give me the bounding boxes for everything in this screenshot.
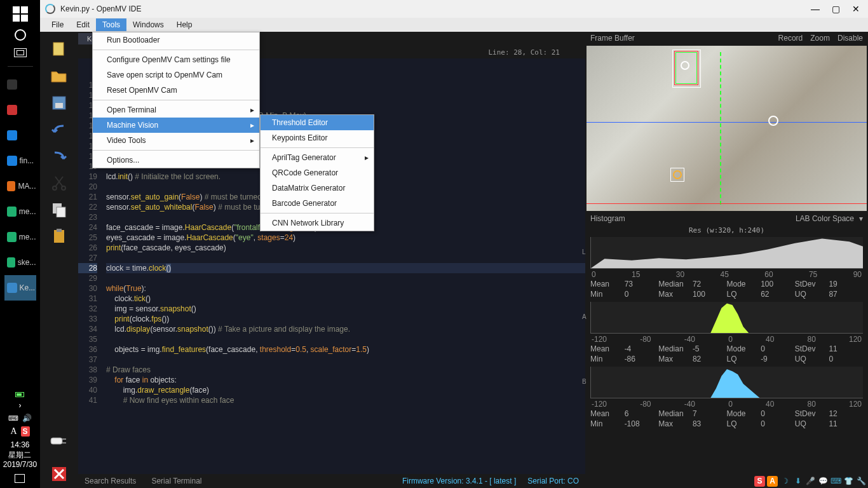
histogram-resolution: Res (w:320, h:240): [585, 225, 868, 236]
clock[interactable]: 14:36 星期二 2019/7/30: [3, 440, 37, 470]
tray-icon[interactable]: 🎤: [805, 476, 816, 487]
menu-tools[interactable]: Tools: [96, 18, 126, 31]
right-panel: Frame Buffer Record Zoom Disable Histogr…: [585, 32, 868, 488]
svg-point-4: [62, 186, 65, 190]
svg-rect-8: [57, 229, 62, 232]
record-button[interactable]: Record: [778, 34, 803, 43]
menubar: FileEditToolsWindowsHelp: [40, 18, 868, 32]
windows-taskbar: fin...MA...me...me...ske...Ke... › ⌨🔊 AS…: [0, 0, 40, 488]
svg-point-3: [53, 186, 57, 190]
tray-icon[interactable]: ⬇: [792, 476, 803, 487]
tray-icon[interactable]: S: [754, 476, 765, 487]
search-results-tab[interactable]: Search Results: [85, 477, 136, 485]
taskview-icon[interactable]: [14, 48, 27, 57]
cortana-icon[interactable]: [15, 29, 26, 41]
battery-icon[interactable]: [15, 392, 24, 397]
serial-terminal-tab[interactable]: Serial Terminal: [151, 477, 201, 485]
frame-buffer-preview[interactable]: [587, 46, 867, 211]
mv-menu-item[interactable]: QRCode Generator: [261, 165, 374, 180]
tools-menu: Run BootloaderConfigure OpenMV Cam setti…: [92, 32, 260, 168]
svg-rect-9: [51, 438, 62, 444]
clock-date: 2019/7/30: [3, 460, 37, 470]
tray-icon[interactable]: A: [767, 476, 778, 487]
clock-time: 14:36: [3, 440, 37, 451]
save-icon[interactable]: [49, 94, 69, 112]
frame-buffer-label: Frame Buffer: [590, 34, 635, 43]
new-file-icon[interactable]: [49, 41, 69, 58]
tray-icon[interactable]: ⌨: [831, 476, 841, 487]
zoom-button[interactable]: Zoom: [810, 34, 830, 43]
menu-windows[interactable]: Windows: [126, 18, 170, 31]
window-title: Kevin.py - OpenMV IDE: [60, 4, 806, 13]
svg-rect-6: [57, 207, 65, 217]
histogram-A: A-120-80-4004080120Mean-4Median-5Mode0St…: [585, 301, 868, 365]
histogram-label: Histogram: [590, 214, 625, 223]
tools-menu-item[interactable]: Reset OpenMV Cam: [93, 83, 259, 98]
disconnect-icon[interactable]: [49, 465, 69, 483]
tools-menu-item[interactable]: Save open script to OpenMV Cam: [93, 67, 259, 83]
ime-s-icon[interactable]: S: [21, 426, 30, 437]
mv-menu-item[interactable]: AprilTag Generator: [261, 150, 374, 165]
serial-port: Serial Port: CO: [527, 477, 579, 485]
taskbar-app[interactable]: me...: [4, 199, 36, 224]
disable-button[interactable]: Disable: [837, 34, 863, 43]
taskbar-app[interactable]: me...: [4, 224, 36, 250]
undo-icon[interactable]: [49, 121, 69, 139]
tools-menu-item[interactable]: Video Tools: [93, 133, 259, 148]
minimize-button[interactable]: —: [811, 4, 820, 13]
dropdown-icon[interactable]: ▾: [859, 214, 863, 223]
histogram-L: L0153045607590Mean73Median72Mode100StDev…: [585, 236, 868, 301]
ime-a-icon[interactable]: A: [10, 426, 17, 437]
tray-icon[interactable]: 💬: [818, 476, 829, 487]
tools-menu-item[interactable]: Options...: [93, 152, 259, 168]
keyboard-icon[interactable]: ⌨: [8, 414, 18, 423]
connect-icon[interactable]: [49, 432, 69, 450]
taskbar-app[interactable]: fin...: [4, 148, 36, 173]
maximize-button[interactable]: ▢: [831, 4, 840, 13]
svg-rect-0: [53, 43, 64, 55]
app-logo-icon: [45, 4, 55, 14]
tray-icon[interactable]: 👕: [843, 476, 854, 487]
redo-icon[interactable]: [49, 147, 69, 165]
firmware-version: Firmware Version: 3.4.1 - [ latest ]: [402, 477, 516, 485]
taskbar-app[interactable]: Ke...: [4, 275, 36, 301]
tools-menu-item[interactable]: Configure OpenMV Cam settings file: [93, 52, 259, 67]
taskbar-app[interactable]: MA...: [4, 173, 36, 199]
open-folder-icon[interactable]: [49, 67, 69, 85]
tools-menu-item[interactable]: Machine Vision: [93, 118, 259, 133]
expand-icon[interactable]: ›: [18, 401, 21, 410]
start-button[interactable]: [13, 6, 28, 22]
tray-icon[interactable]: 🔧: [856, 476, 867, 487]
mv-menu-item[interactable]: CNN Network Library: [261, 215, 374, 231]
mv-menu-item[interactable]: Keypoints Editor: [261, 130, 374, 146]
color-space-select[interactable]: LAB Color Space: [796, 214, 854, 223]
tray-icon[interactable]: ☽: [780, 476, 790, 487]
taskbar-app[interactable]: [4, 123, 36, 148]
mv-menu-item[interactable]: Threshold Editor: [261, 115, 374, 130]
histogram-B: B-120-80-4004080120Mean6Median7Mode0StDe…: [585, 365, 868, 430]
tools-menu-item[interactable]: Open Terminal: [93, 102, 259, 118]
machine-vision-submenu: Threshold EditorKeypoints EditorAprilTag…: [260, 114, 374, 231]
action-center-icon[interactable]: [15, 474, 25, 483]
clock-day: 星期二: [3, 451, 37, 461]
mv-menu-item[interactable]: DataMatrix Generator: [261, 180, 374, 196]
menu-file[interactable]: File: [45, 18, 70, 31]
system-tray: S A ☽ ⬇ 🎤 💬 ⌨ 👕 🔧: [754, 476, 867, 487]
left-toolbar: [40, 32, 78, 488]
copy-icon[interactable]: [49, 201, 69, 219]
tools-menu-item[interactable]: Run Bootloader: [93, 32, 259, 48]
status-bar: Search Results Serial Terminal Firmware …: [78, 474, 585, 488]
volume-icon[interactable]: 🔊: [22, 414, 32, 423]
menu-help[interactable]: Help: [170, 18, 199, 31]
paste-icon[interactable]: [49, 227, 69, 245]
svg-rect-2: [55, 103, 63, 108]
taskbar-app[interactable]: ske...: [4, 250, 36, 275]
taskbar-app[interactable]: [4, 97, 36, 123]
cut-icon[interactable]: [49, 174, 69, 192]
close-button[interactable]: ✕: [851, 4, 860, 13]
titlebar: Kevin.py - OpenMV IDE — ▢ ✕: [40, 0, 868, 18]
mv-menu-item[interactable]: Barcode Generator: [261, 196, 374, 211]
taskbar-app[interactable]: [4, 72, 36, 97]
menu-edit[interactable]: Edit: [70, 18, 96, 31]
